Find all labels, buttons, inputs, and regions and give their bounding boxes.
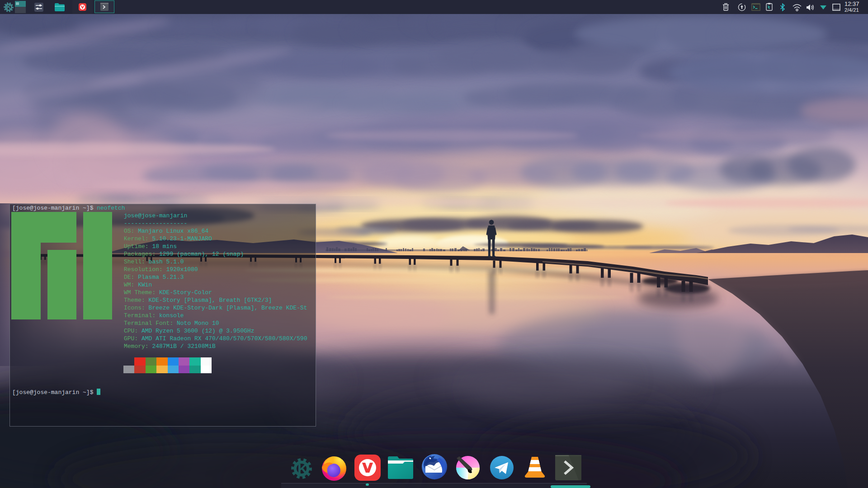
svg-text:K: K	[297, 461, 308, 477]
svg-text:K: K	[6, 3, 12, 12]
